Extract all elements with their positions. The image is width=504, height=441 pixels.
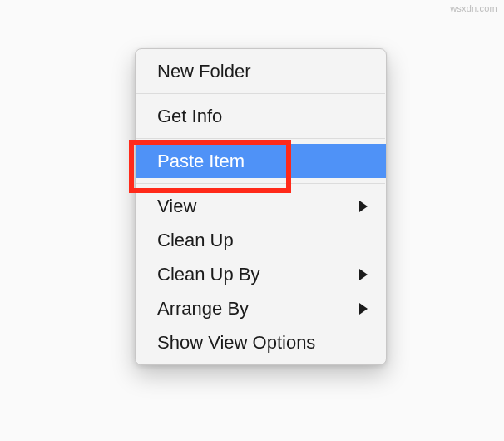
context-menu: New Folder Get Info Paste Item View Clea…: [135, 48, 387, 365]
menu-item-paste-item[interactable]: Paste Item: [136, 144, 386, 178]
svg-marker-1: [359, 269, 368, 280]
submenu-arrow-icon: [359, 303, 368, 315]
menu-item-label: Paste Item: [157, 151, 245, 171]
watermark-text: wsxdn.com: [450, 3, 497, 13]
menu-item-label: View: [157, 196, 196, 216]
menu-item-label: Arrange By: [157, 298, 249, 319]
menu-item-label: Get Info: [157, 106, 222, 126]
menu-item-get-info[interactable]: Get Info: [136, 99, 386, 133]
menu-item-clean-up[interactable]: Clean Up: [136, 223, 386, 257]
menu-separator: [136, 138, 385, 139]
menu-item-view[interactable]: View: [136, 189, 386, 223]
menu-item-arrange-by[interactable]: Arrange By: [136, 291, 386, 325]
menu-item-clean-up-by[interactable]: Clean Up By: [136, 257, 386, 291]
menu-separator: [136, 93, 385, 94]
menu-item-label: Show View Options: [157, 332, 315, 353]
svg-marker-0: [359, 201, 368, 212]
menu-item-label: New Folder: [157, 61, 250, 82]
submenu-arrow-icon: [359, 269, 368, 280]
menu-item-show-view-options[interactable]: Show View Options: [136, 325, 386, 359]
menu-item-new-folder[interactable]: New Folder: [136, 54, 386, 88]
submenu-arrow-icon: [359, 201, 368, 212]
menu-item-label: Clean Up By: [157, 264, 260, 285]
menu-separator: [136, 183, 385, 184]
svg-marker-2: [359, 303, 368, 315]
menu-item-label: Clean Up: [157, 230, 234, 250]
